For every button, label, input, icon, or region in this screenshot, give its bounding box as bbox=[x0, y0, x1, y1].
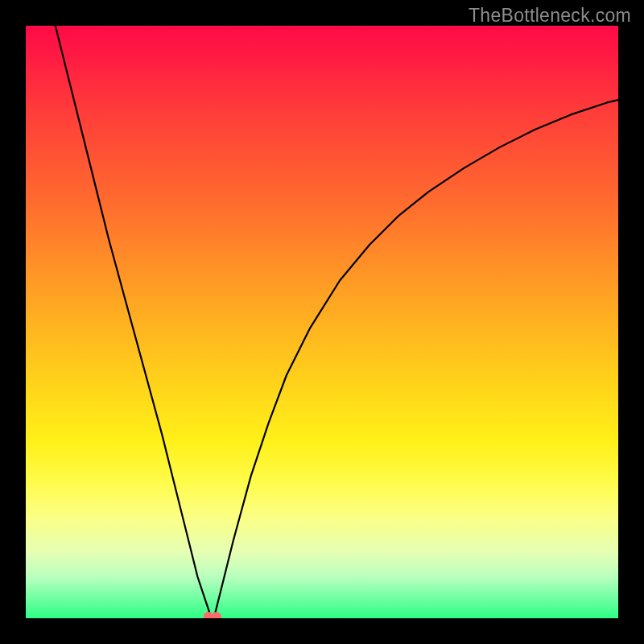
chart-frame: TheBottleneck.com bbox=[0, 0, 644, 644]
curve-path bbox=[56, 26, 618, 618]
svg-point-1 bbox=[212, 612, 221, 618]
plot-area bbox=[26, 26, 618, 618]
optimal-marker bbox=[204, 612, 221, 618]
watermark-text: TheBottleneck.com bbox=[469, 5, 631, 27]
bottleneck-curve bbox=[26, 26, 618, 618]
